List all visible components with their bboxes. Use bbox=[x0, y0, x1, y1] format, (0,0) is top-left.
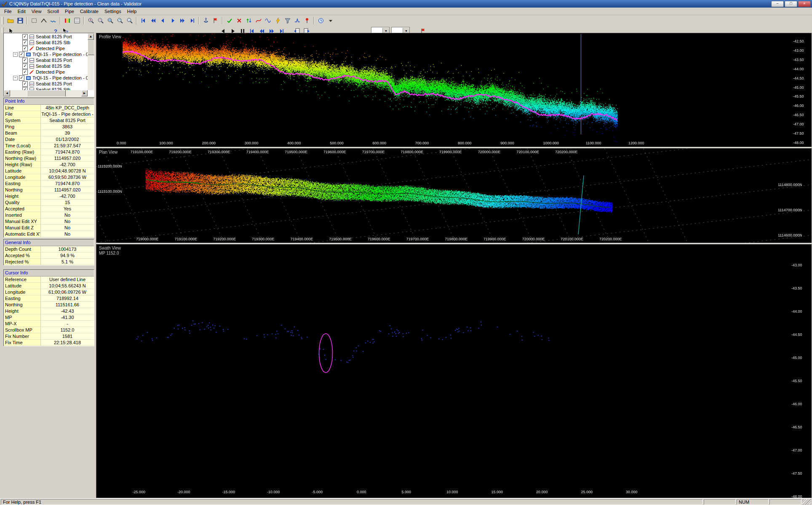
tree-item[interactable]: ✓Seabat 8125 Port bbox=[4, 34, 88, 40]
tree-item[interactable]: ✓Seabat 8125 Stb bbox=[4, 40, 88, 45]
menu-edit[interactable]: Edit bbox=[15, 8, 29, 14]
zoom-extents-button[interactable] bbox=[115, 16, 125, 25]
swap-direction-button[interactable] bbox=[244, 16, 254, 25]
axis-tick-label: -45.50 bbox=[793, 94, 804, 98]
checkbox[interactable]: ✓ bbox=[22, 40, 28, 45]
menu-scroll[interactable]: Scroll bbox=[44, 8, 62, 14]
tree-item[interactable]: −✓TrQI-15 - Pipe detection - 0003.d bbox=[4, 75, 88, 81]
tree-item[interactable]: ✓Seabat 8125 Stb bbox=[4, 87, 88, 90]
checkbox[interactable]: ✓ bbox=[22, 34, 28, 40]
sine-filter-button[interactable] bbox=[263, 16, 273, 25]
swath-view[interactable]: Swath View MP 1152.0 -25.000-20.000-15.0… bbox=[96, 244, 812, 498]
project-tree[interactable]: ✓Seabat 8125 Port✓Seabat 8125 Stb✓Detect… bbox=[3, 33, 94, 97]
menu-calibrate[interactable]: Calibrate bbox=[77, 8, 102, 14]
accept-points-button[interactable] bbox=[224, 16, 234, 25]
info-label: Beam bbox=[4, 130, 41, 136]
zoom-out-button[interactable] bbox=[96, 16, 105, 25]
menu-help[interactable]: Help bbox=[124, 8, 140, 14]
close-button[interactable]: × bbox=[798, 1, 811, 7]
minimize-button[interactable]: – bbox=[771, 1, 784, 7]
info-label: Easting bbox=[4, 295, 41, 302]
go-last-button[interactable] bbox=[187, 16, 197, 25]
checkbox[interactable]: ✓ bbox=[22, 64, 28, 69]
info-row: Time (Local)21:59:37.547 bbox=[4, 143, 94, 149]
tree-item[interactable]: ✓Seabat 8125 Stb bbox=[4, 63, 88, 69]
scroll-left-button[interactable]: ◄ bbox=[4, 90, 10, 96]
checkbox[interactable]: ✓ bbox=[22, 87, 28, 90]
color-scale-button[interactable] bbox=[62, 16, 72, 25]
collapse-icon[interactable]: − bbox=[13, 52, 18, 57]
axis-tick-label: 0.000 bbox=[117, 141, 126, 145]
toolbar-separator bbox=[222, 17, 223, 24]
go-first-button[interactable] bbox=[139, 16, 148, 25]
checkbox[interactable]: ✓ bbox=[19, 75, 24, 81]
tree-item[interactable]: ✓Detected Pipe bbox=[4, 45, 88, 51]
collapse-icon[interactable]: − bbox=[13, 76, 18, 80]
zoom-window-button[interactable] bbox=[105, 16, 115, 25]
swath-marker-button[interactable] bbox=[48, 16, 58, 25]
profile-marker-button[interactable] bbox=[39, 16, 48, 25]
axis-tick-label: 25.000 bbox=[581, 490, 593, 494]
menu-view[interactable]: View bbox=[29, 8, 45, 14]
select-rectangle-button[interactable] bbox=[29, 16, 39, 25]
tree-horizontal-scrollbar[interactable]: ◄ ► bbox=[4, 90, 88, 96]
matrix-view-button[interactable] bbox=[72, 16, 82, 25]
info-value: 719474.870 bbox=[41, 149, 94, 155]
event-flag-button[interactable] bbox=[211, 16, 220, 25]
plan-view[interactable]: Plan View 719000.000E719100.000E719200.0… bbox=[96, 148, 812, 243]
checkbox[interactable]: ✓ bbox=[22, 69, 28, 75]
info-label: Depth Count bbox=[4, 246, 41, 252]
pin-marker-button[interactable] bbox=[302, 16, 312, 25]
filter-settings-button[interactable] bbox=[283, 16, 292, 25]
tree-item[interactable]: ✓Seabat 8125 Port bbox=[4, 81, 88, 87]
menu-settings[interactable]: Settings bbox=[102, 8, 124, 14]
plan-canvas[interactable] bbox=[96, 149, 812, 243]
checkbox[interactable]: ✓ bbox=[22, 81, 28, 87]
scrollbar-thumb[interactable] bbox=[88, 40, 94, 55]
auto-clean-button[interactable] bbox=[273, 16, 283, 25]
profile-view[interactable]: Profile View 0.000100.000200.000300.0004… bbox=[96, 33, 812, 147]
checkbox[interactable]: ✓ bbox=[22, 58, 28, 63]
status-message: For Help, press F1 bbox=[1, 499, 703, 505]
scroll-down-button[interactable]: ▼ bbox=[94, 84, 94, 90]
maximize-button[interactable]: □ bbox=[785, 1, 797, 7]
checkbox[interactable]: ✓ bbox=[19, 52, 24, 57]
despike-button[interactable] bbox=[292, 16, 302, 25]
menu-pipe[interactable]: Pipe bbox=[62, 8, 77, 14]
info-row: Northing1114957.020 bbox=[4, 187, 94, 193]
navffwd-icon bbox=[179, 17, 186, 24]
zoom-in-button[interactable] bbox=[86, 16, 96, 25]
anchor-point-button[interactable] bbox=[201, 16, 211, 25]
fast-rewind-button[interactable] bbox=[148, 16, 158, 25]
zoom-previous-button[interactable]: 1 bbox=[125, 16, 134, 25]
tree-item[interactable]: ✓Seabat 8125 Port bbox=[4, 57, 88, 63]
menu-file[interactable]: File bbox=[1, 8, 15, 14]
step-forward-button[interactable] bbox=[168, 16, 177, 25]
more-options-button[interactable] bbox=[326, 16, 335, 25]
profile-canvas[interactable] bbox=[96, 33, 812, 147]
tree-item[interactable]: ✓Detected Pipe bbox=[4, 69, 88, 75]
resize-grip[interactable] bbox=[802, 499, 811, 505]
save-button[interactable] bbox=[15, 16, 25, 25]
axis-tick-label: -20.000 bbox=[177, 490, 190, 494]
axis-tick-label: 100.000 bbox=[159, 141, 173, 145]
tree-item[interactable]: −✓TrQI-15 - Pipe detection - 0002.d bbox=[4, 51, 88, 57]
open-button[interactable] bbox=[5, 16, 15, 25]
info-value: 61;00;06.09726 W bbox=[41, 289, 94, 295]
scroll-right-button[interactable]: ► bbox=[81, 90, 88, 96]
checkbox[interactable]: ✓ bbox=[22, 46, 28, 51]
swath-canvas[interactable] bbox=[96, 245, 812, 498]
scroll-up-button[interactable]: ▲ bbox=[88, 34, 94, 40]
info-label: Quality bbox=[4, 199, 41, 206]
time-window-button[interactable] bbox=[316, 16, 326, 25]
toolbar-grip[interactable] bbox=[2, 17, 4, 24]
status-bar: For Help, press F1 NUM bbox=[0, 498, 812, 505]
scrollbar-thumb[interactable] bbox=[27, 90, 66, 97]
tree-vertical-scrollbar[interactable]: ▲ ▼ bbox=[88, 33, 94, 90]
swap-icon bbox=[246, 17, 252, 24]
reject-points-button[interactable] bbox=[234, 16, 244, 25]
axis-tick-label: 720000.000E bbox=[522, 237, 545, 241]
fast-forward-button[interactable] bbox=[177, 16, 187, 25]
step-back-button[interactable] bbox=[158, 16, 168, 25]
spline-filter-button[interactable] bbox=[254, 16, 263, 25]
